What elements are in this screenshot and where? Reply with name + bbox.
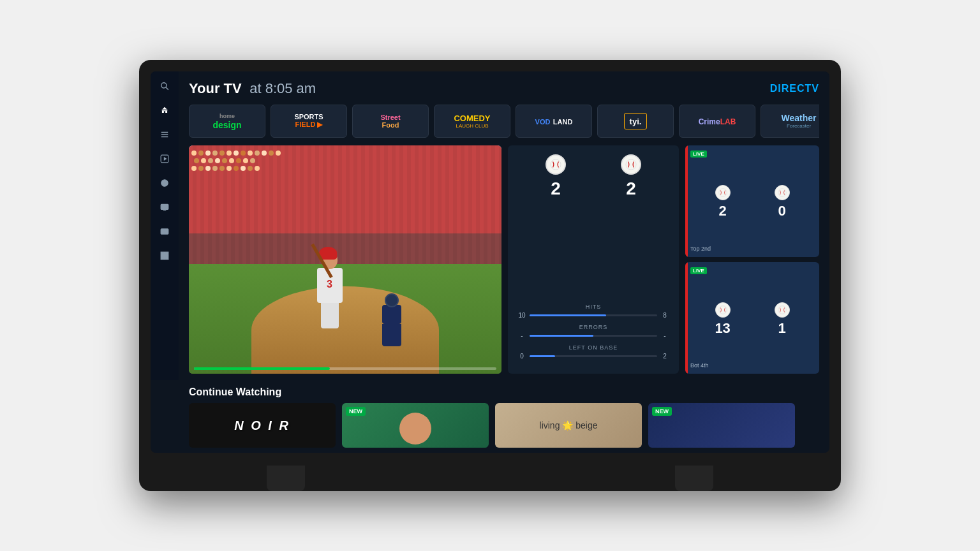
tv-stand-right (675, 466, 713, 491)
svg-point-20 (718, 189, 727, 197)
beige-label: living 🌟 beige (540, 420, 598, 430)
continue-card-noir[interactable]: N O I R (189, 403, 336, 448)
channel-card-tyi[interactable]: tyi. (597, 105, 674, 138)
continue-watching-row: N O I R NEW living 🌟 beige NEW (189, 403, 819, 448)
baseball-scene: 3 (189, 145, 501, 374)
tile2-score2: 1 (778, 320, 785, 337)
svg-point-21 (778, 189, 786, 197)
video-progress-fill (194, 367, 330, 370)
tv-screen: Your TV at 8:05 am DIRECTV home (151, 71, 829, 453)
svg-rect-14 (161, 252, 164, 255)
team1-baseball-icon (546, 154, 566, 175)
stats-section: HITS 10 8 (518, 304, 669, 365)
directv-logo-text: DIRECTV (770, 83, 819, 94)
score-panel: 2 2 (508, 145, 679, 374)
video-progress-bar[interactable] (194, 367, 496, 370)
live-badge-2: LIVE (690, 267, 707, 274)
header-time: at 8:05 am (249, 80, 316, 96)
game-tile-2[interactable]: LIVE (685, 262, 819, 374)
team2-score: 2 (626, 179, 636, 199)
video-player[interactable]: 3 (189, 145, 501, 374)
continue-watching-title: Continue Watching (189, 386, 819, 398)
page-title: Your TV (189, 80, 242, 96)
team2-col: 2 (621, 154, 641, 199)
errors-stat: ERRORS - - (518, 324, 669, 339)
svg-point-22 (718, 305, 727, 314)
sidebar-icon-grid[interactable] (158, 249, 172, 263)
tile2-team2: 1 (775, 302, 790, 337)
channel-row: home design SPORTS FIELD ▶ Street (189, 105, 819, 138)
directv-logo: DIRECTV (770, 83, 819, 94)
svg-rect-16 (161, 256, 164, 259)
svg-line-1 (166, 87, 168, 90)
new-badge-green: NEW (346, 407, 366, 416)
lob-val2: 2 (661, 353, 669, 360)
noir-label: N O I R (234, 418, 290, 433)
tile1-score1: 2 (718, 203, 726, 219)
svg-point-0 (161, 83, 167, 88)
continue-watching-section: Continue Watching N O I R NEW living 🌟 b… (151, 380, 829, 453)
continue-card-beige[interactable]: living 🌟 beige (495, 403, 642, 448)
hits-val2: 8 (661, 312, 669, 319)
sidebar-icon-screen[interactable] (158, 200, 172, 214)
sidebar-icon-home[interactable] (158, 103, 172, 117)
tile1-team2: 0 (775, 185, 790, 219)
new-badge-blue: NEW (652, 407, 672, 416)
header-title-group: Your TV at 8:05 am (189, 80, 316, 97)
svg-marker-6 (164, 157, 167, 161)
errors-bar (530, 335, 657, 337)
team2-baseball-icon (621, 154, 641, 175)
team1-col: 2 (546, 154, 566, 199)
tv-stand-left (267, 466, 305, 491)
lob-val1: 0 (518, 353, 526, 360)
game-tile-1[interactable]: LIVE (685, 145, 819, 257)
main-area: Your TV at 8:05 am DIRECTV home (179, 71, 829, 381)
sidebar (151, 71, 179, 381)
tile1-score2: 0 (778, 203, 785, 219)
tv-frame: Your TV at 8:05 am DIRECTV home (139, 60, 841, 492)
hits-label: HITS (518, 304, 669, 310)
continue-card-blue[interactable]: NEW (648, 403, 795, 448)
lob-bar (530, 355, 657, 357)
lob-stat: LEFT ON BASE 0 2 (518, 344, 669, 360)
channel-card-vodland[interactable]: VOD LAND (516, 105, 592, 138)
channel-card-street-food[interactable]: Street Food (352, 105, 429, 138)
hits-val1: 10 (518, 312, 526, 319)
continue-card-green[interactable]: NEW (342, 403, 489, 448)
channel-card-sports-field[interactable]: SPORTS FIELD ▶ (271, 105, 347, 138)
tile2-score1: 13 (715, 320, 730, 337)
game-status-2: Bot 4th (690, 362, 709, 369)
tile1-team1: 2 (715, 185, 731, 219)
channel-card-crimelab[interactable]: CrimeLAB (679, 105, 755, 138)
sidebar-icon-list[interactable] (158, 128, 172, 142)
game-status-1: Top 2nd (690, 246, 711, 252)
screen-content: Your TV at 8:05 am DIRECTV home (151, 71, 829, 381)
sidebar-icon-dollar[interactable] (158, 224, 172, 239)
svg-point-23 (778, 305, 786, 314)
hits-stat: HITS 10 8 (518, 304, 669, 319)
errors-val2: - (661, 332, 669, 339)
channel-card-weather[interactable]: Weather Forecaster (761, 105, 819, 138)
content-row: 3 (189, 145, 819, 374)
errors-val1: - (518, 332, 526, 339)
game-tiles: LIVE (685, 145, 819, 374)
sidebar-icon-play[interactable] (158, 152, 172, 166)
lob-label: LEFT ON BASE (518, 344, 669, 351)
errors-label: ERRORS (518, 324, 669, 330)
live-badge-1: LIVE (690, 151, 707, 158)
sidebar-icon-search[interactable] (158, 79, 172, 93)
header: Your TV at 8:05 am DIRECTV (189, 80, 819, 97)
team-scores: 2 2 (518, 154, 669, 199)
sidebar-icon-tag[interactable] (158, 176, 172, 190)
team1-score: 2 (551, 179, 561, 199)
tile2-team1: 13 (715, 302, 730, 337)
svg-rect-15 (165, 252, 168, 255)
svg-point-18 (551, 159, 561, 170)
hits-bar (530, 314, 657, 316)
svg-rect-10 (161, 204, 168, 209)
channel-card-home-design[interactable]: home design (189, 105, 265, 138)
svg-point-19 (626, 159, 636, 170)
svg-rect-17 (165, 256, 168, 259)
channel-card-comedy[interactable]: COMEDY LAUGH CLUB (434, 105, 510, 138)
